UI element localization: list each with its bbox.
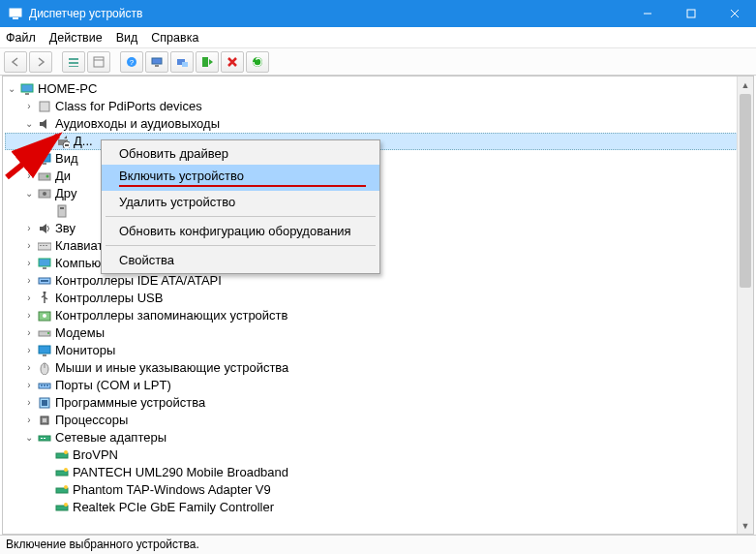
tree-node[interactable]: ›Контроллеры USB — [5, 290, 751, 307]
tree-node[interactable]: BroVPN — [5, 446, 751, 464]
svg-rect-13 — [152, 58, 162, 64]
menu-action[interactable]: Действие — [49, 31, 103, 45]
ctx-remove-device[interactable]: Удалить устройство — [102, 191, 379, 213]
net-adapter-icon — [53, 465, 71, 480]
toolbar-scan-icon[interactable] — [170, 51, 194, 73]
svg-rect-45 — [39, 346, 50, 354]
tree-node-label: Phantom TAP-Windows Adapter V9 — [73, 481, 271, 499]
ide-icon — [36, 273, 53, 289]
tree-node[interactable]: ›Программные устройства — [5, 394, 751, 412]
svg-rect-21 — [40, 102, 49, 111]
scroll-up-icon[interactable]: ▲ — [738, 77, 753, 93]
svg-rect-34 — [43, 245, 45, 246]
expand-icon[interactable]: › — [22, 98, 36, 115]
ctx-enable-device[interactable]: Включить устройство — [102, 165, 379, 191]
toolbar-computer-icon[interactable] — [145, 51, 168, 73]
svg-point-29 — [43, 192, 46, 196]
tree-node[interactable]: Realtek PCIe GbE Family Controller — [5, 499, 751, 516]
expand-icon[interactable]: › — [22, 324, 36, 342]
vertical-scrollbar[interactable]: ▲ ▼ — [737, 77, 753, 534]
expand-icon[interactable]: › — [22, 394, 36, 412]
svg-point-63 — [64, 468, 68, 472]
toolbar-delete-icon[interactable] — [221, 51, 244, 73]
menu-view[interactable]: Вид — [116, 31, 138, 45]
expand-icon[interactable]: › — [22, 168, 36, 185]
tree-node-label: Модемы — [55, 324, 105, 342]
tree-node[interactable]: ›Мониторы — [5, 342, 751, 359]
tree-node[interactable]: ›Class for PdiPorts devices — [5, 98, 751, 115]
tree-node[interactable]: ⌄HOME-PC — [5, 80, 751, 98]
display-icon — [36, 151, 53, 167]
tree-node[interactable]: Phantom TAP-Windows Adapter V9 — [5, 481, 751, 499]
tree-node[interactable]: ›Порты (COM и LPT) — [5, 377, 751, 394]
net-adapter-icon — [53, 482, 71, 498]
context-menu: Обновить драйвер Включить устройство Уда… — [101, 139, 380, 274]
expand-icon[interactable]: › — [22, 272, 36, 290]
menubar: Файл Действие Вид Справка — [0, 27, 756, 48]
expand-icon[interactable]: ⌄ — [22, 115, 36, 133]
tree-node[interactable]: ›Процессоры — [5, 412, 751, 429]
tree-node-label: Д... — [74, 133, 93, 150]
expand-icon[interactable]: › — [22, 377, 36, 394]
tree-node[interactable]: ⌄Сетевые адаптеры — [5, 429, 751, 446]
tree-node-label: Программные устройства — [55, 394, 205, 412]
ctx-update-driver[interactable]: Обновить драйвер — [102, 142, 379, 165]
tree-node[interactable]: ›Контроллеры IDE ATA/ATAPI — [5, 272, 751, 290]
svg-rect-8 — [69, 66, 78, 67]
expand-icon[interactable]: › — [22, 220, 36, 237]
expand-icon[interactable]: ⌄ — [22, 429, 36, 446]
sound-icon — [36, 221, 53, 236]
svg-point-61 — [64, 450, 68, 454]
toolbar-back-icon[interactable] — [4, 51, 27, 73]
toolbar-details-icon[interactable] — [62, 51, 85, 73]
ctx-separator — [106, 245, 376, 246]
toolbar-forward-icon[interactable] — [29, 51, 52, 73]
expand-icon[interactable]: › — [22, 307, 36, 324]
toolbar: ? — [0, 48, 756, 76]
usb-icon — [36, 291, 53, 306]
expand-icon[interactable]: ⌄ — [5, 80, 18, 98]
tree-node-label: Зву — [55, 220, 76, 237]
expand-icon[interactable]: › — [22, 290, 36, 307]
toolbar-properties-icon[interactable] — [87, 51, 110, 73]
expand-icon[interactable]: › — [22, 412, 36, 429]
minimize-button[interactable] — [625, 0, 669, 27]
svg-rect-33 — [40, 245, 42, 246]
svg-rect-7 — [69, 62, 78, 64]
expand-icon[interactable]: › — [22, 359, 36, 377]
menu-file[interactable]: Файл — [6, 31, 36, 45]
monitor-icon — [36, 343, 53, 358]
expand-icon[interactable]: › — [22, 237, 36, 255]
tree-node[interactable]: ›Модемы — [5, 324, 751, 342]
tree-node[interactable]: ›Контроллеры запоминающих устройств — [5, 307, 751, 324]
scroll-down-icon[interactable]: ▼ — [738, 517, 753, 534]
toolbar-enable-icon[interactable] — [196, 51, 219, 73]
svg-rect-58 — [41, 438, 43, 439]
expand-icon[interactable]: ⌄ — [22, 185, 36, 202]
svg-point-52 — [46, 385, 48, 386]
scroll-thumb[interactable] — [740, 94, 751, 288]
usb-device-icon — [53, 203, 71, 219]
expand-icon[interactable]: › — [22, 255, 36, 272]
expand-icon[interactable]: › — [22, 150, 36, 168]
svg-rect-14 — [155, 65, 159, 67]
menu-help[interactable]: Справка — [151, 31, 198, 45]
tree-node[interactable]: ›Мыши и иные указывающие устройства — [5, 359, 751, 377]
maximize-button[interactable] — [669, 0, 712, 27]
svg-rect-54 — [42, 400, 47, 406]
expand-icon[interactable]: › — [22, 342, 36, 359]
svg-point-42 — [43, 314, 46, 318]
tree-node[interactable]: PANTECH UML290 Mobile Broadband — [5, 464, 751, 481]
status-text: Включение выбранного устройства. — [6, 538, 199, 551]
ctx-properties[interactable]: Свойства — [102, 249, 379, 271]
close-button[interactable] — [712, 0, 756, 27]
svg-rect-0 — [10, 9, 21, 16]
toolbar-refresh-icon[interactable] — [246, 51, 269, 73]
svg-rect-30 — [58, 205, 66, 217]
svg-rect-19 — [21, 84, 33, 92]
svg-rect-3 — [687, 10, 695, 17]
titlebar: Диспетчер устройств — [0, 0, 756, 27]
toolbar-help-icon[interactable]: ? — [120, 51, 143, 73]
tree-node[interactable]: ⌄Аудиовходы и аудиовыходы — [5, 115, 751, 133]
ctx-scan-hardware[interactable]: Обновить конфигурацию оборудования — [102, 220, 379, 242]
